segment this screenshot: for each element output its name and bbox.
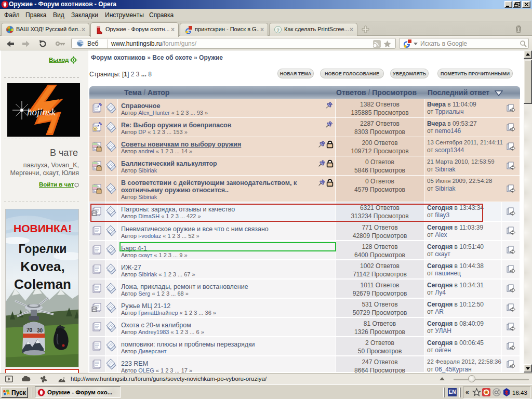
svg-text:Kovea,: Kovea, bbox=[20, 259, 64, 274]
svg-text:?: ? bbox=[276, 28, 279, 33]
svg-text:hojinsk: hojinsk bbox=[27, 107, 56, 117]
svg-text:НОВИНКА!: НОВИНКА! bbox=[14, 222, 72, 234]
svg-text:Горелки: Горелки bbox=[18, 242, 66, 256]
svg-text:Coleman: Coleman bbox=[14, 276, 71, 292]
svg-text:30: 30 bbox=[37, 328, 43, 334]
svg-text:70: 70 bbox=[26, 327, 33, 333]
